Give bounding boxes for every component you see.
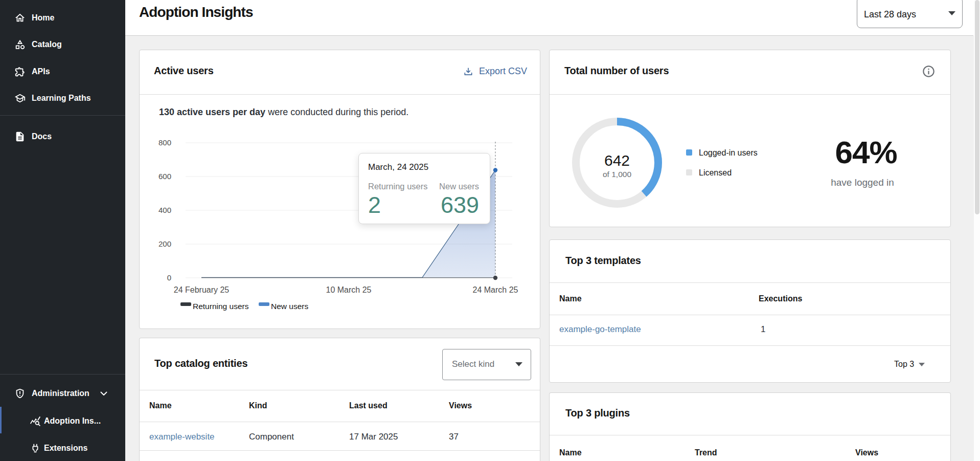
svg-text:600: 600 (158, 172, 171, 181)
svg-text:of 1,000: of 1,000 (603, 170, 631, 179)
svg-text:800: 800 (158, 138, 171, 147)
svg-text:Licensed: Licensed (699, 168, 732, 177)
svg-text:200: 200 (158, 239, 171, 248)
svg-text:Returning users: Returning users (193, 302, 249, 311)
svg-text:10 March 25: 10 March 25 (326, 286, 372, 294)
svg-text:New users: New users (271, 302, 308, 311)
svg-text:have logged in: have logged in (831, 177, 894, 188)
svg-text:24 February 25: 24 February 25 (174, 286, 230, 294)
svg-text:24 March 25: 24 March 25 (473, 286, 518, 294)
svg-text:642: 642 (604, 152, 630, 169)
svg-text:Logged-in users: Logged-in users (699, 148, 758, 157)
svg-text:400: 400 (158, 206, 171, 214)
svg-text:64%: 64% (835, 135, 897, 170)
svg-text:0: 0 (167, 273, 171, 282)
